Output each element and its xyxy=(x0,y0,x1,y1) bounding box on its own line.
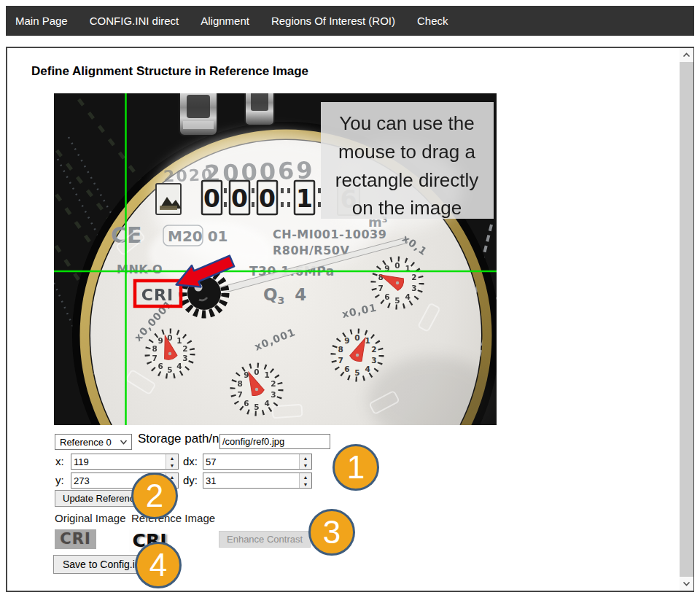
svg-text:0: 0 xyxy=(259,184,276,213)
svg-text:2: 2 xyxy=(371,345,376,354)
svg-text:3: 3 xyxy=(371,356,376,365)
svg-text:M20 01: M20 01 xyxy=(168,228,228,245)
nav-item-main-page[interactable]: Main Page xyxy=(6,15,79,27)
reference-image[interactable]: 2020 200069 0 0 0 1 6 m³ CE M20 01 CH-MI… xyxy=(54,93,497,425)
meter-clip-icon xyxy=(245,93,274,125)
svg-text:8: 8 xyxy=(238,379,243,388)
svg-text:0: 0 xyxy=(203,184,220,213)
svg-text:7: 7 xyxy=(338,356,343,365)
svg-text:2: 2 xyxy=(182,344,187,353)
x-input-field[interactable] xyxy=(71,454,166,469)
y-field-label: y: xyxy=(55,474,64,486)
svg-text:3: 3 xyxy=(182,354,187,362)
svg-text:7: 7 xyxy=(378,284,384,292)
nav-item-alignment[interactable]: Alignment xyxy=(190,15,260,27)
dx-field-label: dx: xyxy=(183,455,198,467)
chevron-down-icon xyxy=(682,581,691,586)
svg-text:9: 9 xyxy=(344,336,349,345)
original-crop-thumbnail: CRI xyxy=(55,529,96,549)
svg-text:3: 3 xyxy=(271,390,276,399)
alignment-marker-text: CRI xyxy=(141,286,174,304)
svg-text:2: 2 xyxy=(271,379,276,388)
reference-select[interactable]: Reference 0 xyxy=(55,434,132,450)
svg-text:rectangle directly: rectangle directly xyxy=(335,169,479,191)
svg-text:You can use the: You can use the xyxy=(339,112,475,134)
svg-text:2: 2 xyxy=(411,273,416,281)
svg-text:4: 4 xyxy=(176,362,182,370)
svg-text:5: 5 xyxy=(167,365,172,374)
meter-dial: 0123456789 xyxy=(333,331,381,379)
page-title: Define Alignment Structure in Reference … xyxy=(31,64,308,79)
svg-text:0: 0 xyxy=(394,261,400,270)
step-badge-1: 1 xyxy=(332,444,379,491)
storage-path-input[interactable] xyxy=(219,434,330,449)
svg-text:0: 0 xyxy=(354,333,359,342)
nav-item-config-ini[interactable]: CONFIG.INI direct xyxy=(79,15,190,27)
spinner-down-icon[interactable]: ▼ xyxy=(300,462,311,469)
svg-text:6: 6 xyxy=(344,365,349,373)
scrollbar-thumb[interactable] xyxy=(680,62,693,577)
svg-text:6: 6 xyxy=(158,362,163,370)
step-badge-3: 3 xyxy=(308,509,355,556)
spinner-up-icon[interactable]: ▲ xyxy=(166,454,178,462)
svg-text:1: 1 xyxy=(176,336,182,345)
spinner-up-icon[interactable]: ▲ xyxy=(300,473,311,481)
step-badge-2: 2 xyxy=(131,472,178,519)
chevron-down-icon xyxy=(120,440,128,445)
meter-dial: 0123456789 xyxy=(373,259,421,307)
svg-text:9: 9 xyxy=(158,336,163,345)
dy-field-label: dy: xyxy=(183,474,198,486)
dy-input: ▲▼ xyxy=(203,472,312,489)
meter-dial: 0123456789 xyxy=(147,331,192,376)
spinner-down-icon[interactable]: ▼ xyxy=(166,462,178,469)
svg-text:mouse to drag a: mouse to drag a xyxy=(338,141,475,163)
svg-text:3: 3 xyxy=(411,284,416,292)
nav-item-check[interactable]: Check xyxy=(406,15,459,27)
svg-text:1: 1 xyxy=(264,370,269,379)
meter-dial: 0123456789 xyxy=(233,365,281,413)
svg-text:4: 4 xyxy=(264,399,269,408)
dx-input-field[interactable] xyxy=(203,454,299,469)
x-input: ▲▼ xyxy=(71,454,179,470)
svg-text:8: 8 xyxy=(152,344,157,353)
svg-text:6: 6 xyxy=(244,399,249,408)
x-field-label: x: xyxy=(55,455,64,467)
svg-text:MNK-O: MNK-O xyxy=(117,262,163,276)
original-image-label: Original Image xyxy=(55,512,126,524)
vertical-scrollbar[interactable] xyxy=(680,48,693,591)
top-navbar: Main Page CONFIG.INI direct Alignment Re… xyxy=(6,6,694,36)
meter-clip-icon xyxy=(179,93,217,136)
svg-text:0: 0 xyxy=(254,368,259,376)
model-code: CH-MI001-10039 xyxy=(273,228,386,241)
reference-select-value: Reference 0 xyxy=(60,437,112,448)
chevron-up-icon xyxy=(682,52,691,58)
svg-text:R80H/R50V: R80H/R50V xyxy=(273,244,349,257)
scroll-down-button[interactable] xyxy=(680,577,693,591)
svg-text:7: 7 xyxy=(238,390,243,399)
svg-text:7: 7 xyxy=(152,354,157,362)
enhance-contrast-button[interactable]: Enhance Contrast xyxy=(219,531,311,548)
svg-text:1: 1 xyxy=(296,184,313,213)
svg-text:0: 0 xyxy=(231,184,248,213)
svg-text:6: 6 xyxy=(384,292,389,301)
spinner-down-icon[interactable]: ▼ xyxy=(300,481,311,488)
step-badge-4: 4 xyxy=(135,542,182,588)
svg-text:5: 5 xyxy=(394,296,400,305)
image-tooltip: You can use the mouse to drag a rectangl… xyxy=(321,102,494,219)
svg-text:8: 8 xyxy=(338,345,343,354)
scroll-up-button[interactable] xyxy=(680,48,693,62)
dy-input-field[interactable] xyxy=(203,473,299,488)
spinner-up-icon[interactable]: ▲ xyxy=(300,454,311,462)
svg-text:5: 5 xyxy=(354,368,359,377)
svg-text:4: 4 xyxy=(405,292,410,301)
svg-text:4: 4 xyxy=(365,365,370,373)
dx-input: ▲▼ xyxy=(203,454,312,470)
svg-text:5: 5 xyxy=(254,402,259,411)
svg-text:on the image: on the image xyxy=(352,197,462,219)
nav-item-roi[interactable]: Regions Of Interest (ROI) xyxy=(260,15,406,27)
